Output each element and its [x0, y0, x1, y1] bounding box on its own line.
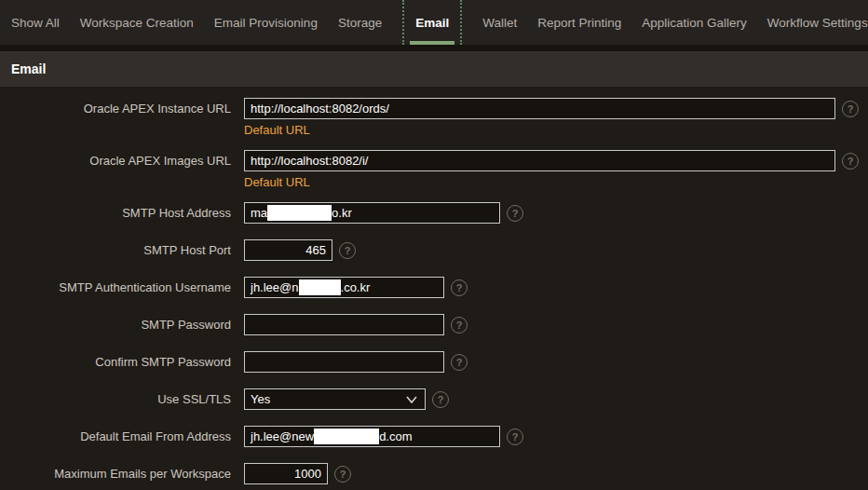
tab-workflow-settings[interactable]: Workflow Settings — [767, 0, 868, 45]
help-icon[interactable]: ? — [507, 429, 523, 445]
form-row-smtp-port: SMTP Host Port ? — [0, 239, 868, 261]
tab-show-all[interactable]: Show All — [11, 0, 60, 45]
smtp-host-label: SMTP Host Address — [0, 202, 231, 224]
email-settings-form: Oracle APEX Instance URL Default URL ? O… — [0, 87, 868, 490]
instance-url-label: Oracle APEX Instance URL — [0, 98, 231, 119]
use-ssl-select[interactable]: Yes — [244, 388, 426, 410]
smtp-username-value: .co.kr — [341, 280, 371, 294]
tab-email[interactable]: Email — [402, 0, 462, 45]
help-icon[interactable]: ? — [451, 279, 468, 296]
images-url-label: Oracle APEX Images URL — [0, 150, 231, 171]
form-row-confirm-smtp-password: Confirm SMTP Password ? — [0, 351, 868, 373]
images-url-input[interactable] — [244, 150, 835, 171]
tab-wallet[interactable]: Wallet — [482, 0, 517, 45]
smtp-port-input[interactable] — [244, 239, 332, 261]
from-address-input[interactable]: jh.lee@newd.com — [244, 426, 500, 447]
max-emails-input[interactable] — [244, 463, 328, 484]
divider — [0, 45, 868, 51]
help-icon[interactable]: ? — [451, 354, 468, 371]
smtp-host-value: o.kr — [332, 206, 352, 220]
max-emails-label: Maximum Emails per Workspace — [0, 463, 231, 484]
use-ssl-label: Use SSL/TLS — [0, 388, 231, 410]
help-icon[interactable]: ? — [507, 205, 523, 222]
smtp-host-value: ma — [251, 206, 267, 220]
tab-email-provisioning[interactable]: Email Provisioning — [214, 0, 318, 45]
smtp-port-label: SMTP Host Port — [0, 239, 231, 261]
tab-storage[interactable]: Storage — [338, 0, 382, 45]
form-row-instance-url: Oracle APEX Instance URL Default URL ? — [0, 98, 868, 137]
help-icon[interactable]: ? — [451, 317, 468, 333]
tab-application-gallery[interactable]: Application Gallery — [642, 0, 747, 45]
form-row-images-url: Oracle APEX Images URL Default URL ? — [0, 150, 868, 189]
from-address-value: d.com — [379, 429, 412, 443]
section-header: Email — [0, 51, 868, 87]
smtp-username-input[interactable]: jh.lee@n.co.kr — [244, 277, 444, 298]
from-address-value: jh.lee@new — [251, 429, 314, 443]
form-row-max-emails: Maximum Emails per Workspace ? — [0, 463, 868, 484]
help-icon[interactable]: ? — [432, 391, 449, 408]
help-icon[interactable]: ? — [334, 466, 351, 483]
help-icon[interactable]: ? — [842, 101, 859, 117]
from-address-label: Default Email From Address — [0, 426, 231, 447]
use-ssl-selected-value: Yes — [251, 392, 270, 406]
images-url-default-link[interactable]: Default URL — [244, 175, 310, 189]
tab-workspace-creation[interactable]: Workspace Creation — [80, 0, 194, 45]
redaction-overlay — [299, 279, 341, 295]
form-row-from-address: Default Email From Address jh.lee@newd.c… — [0, 426, 868, 447]
form-row-use-ssl: Use SSL/TLS Yes ? — [0, 388, 868, 410]
email-settings-page: { "tab_bar": { "active_tab": "Email", "t… — [0, 0, 868, 490]
smtp-username-value: jh.lee@n — [251, 280, 299, 294]
tab-report-printing[interactable]: Report Printing — [537, 0, 621, 45]
page-title: Email — [11, 61, 46, 76]
smtp-password-label: SMTP Password — [0, 314, 231, 335]
form-row-smtp-host: SMTP Host Address mao.kr ? — [0, 202, 868, 224]
instance-url-default-link[interactable]: Default URL — [244, 123, 310, 137]
form-row-smtp-username: SMTP Authentication Username jh.lee@n.co… — [0, 277, 868, 298]
smtp-password-input[interactable] — [244, 314, 444, 335]
smtp-username-label: SMTP Authentication Username — [0, 277, 231, 298]
confirm-smtp-password-label: Confirm SMTP Password — [0, 351, 231, 373]
redaction-overlay — [267, 205, 332, 221]
instance-url-input[interactable] — [244, 98, 835, 119]
help-icon[interactable]: ? — [842, 153, 859, 170]
redaction-overlay — [314, 429, 379, 444]
confirm-smtp-password-input[interactable] — [244, 351, 444, 373]
help-icon[interactable]: ? — [339, 242, 356, 259]
smtp-host-input[interactable]: mao.kr — [244, 202, 500, 224]
chevron-down-icon — [406, 396, 417, 403]
form-row-smtp-password: SMTP Password ? — [0, 314, 868, 335]
settings-tab-bar: Show All Workspace Creation Email Provis… — [0, 0, 868, 45]
